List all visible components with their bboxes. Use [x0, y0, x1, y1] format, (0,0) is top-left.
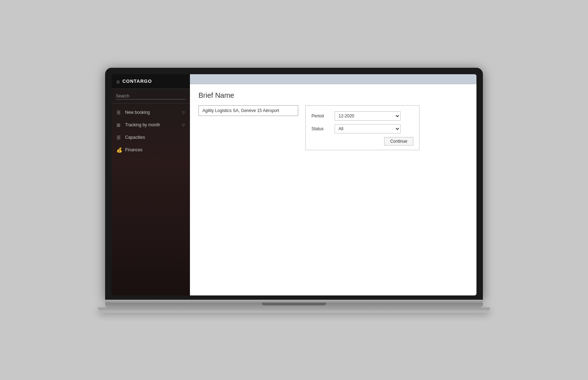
content-area: Brief Name Agility Logistics SA, Genève … [190, 84, 476, 295]
brand-name: CONTARGO [122, 78, 152, 84]
chevron-icon-tracking: ▽ [182, 123, 185, 127]
page-title: Brief Name [198, 91, 468, 100]
list-icon-capacities: ☰ [117, 135, 122, 140]
sidebar-item-capacities[interactable]: ☰ Capacities [112, 131, 190, 144]
sidebar-item-label-finances: Finances [125, 147, 143, 152]
sidebar-item-label-tracking: Tracking by month [125, 122, 160, 127]
brief-name-field: Agility Logistics SA, Genève 15 Aéroport [198, 105, 298, 116]
sidebar-item-new-booking[interactable]: ☰ New booking ▽ [112, 106, 190, 119]
screen: ⌂ CONTARGO ☰ New booking ▽ ⊞ [112, 74, 476, 295]
list-icon-new-booking: ☰ [117, 110, 122, 115]
main-area: Brief Name Agility Logistics SA, Genève … [190, 74, 476, 295]
search-input[interactable] [116, 93, 186, 100]
status-row: Status All Active Inactive Pending [311, 124, 413, 133]
home-icon: ⌂ [117, 78, 119, 84]
list-icon-tracking: ⊞ [117, 122, 122, 128]
period-label: Period [311, 113, 331, 118]
period-status-box: Period 12-2020 11-2020 10-2020 01-2021 S… [305, 105, 419, 150]
sidebar-nav: ☰ New booking ▽ ⊞ Tracking by month ▽ ☰ … [112, 103, 190, 295]
laptop-hinge [262, 303, 326, 305]
period-select[interactable]: 12-2020 11-2020 10-2020 01-2021 [335, 111, 401, 121]
sidebar-item-label-new-booking: New booking [125, 110, 150, 115]
chevron-icon-new-booking: ▽ [182, 111, 185, 115]
status-label: Status [311, 126, 331, 131]
laptop-base [105, 300, 483, 308]
laptop-shell: ⌂ CONTARGO ☰ New booking ▽ ⊞ [98, 68, 490, 313]
continue-button[interactable]: Continue [384, 137, 413, 146]
sidebar-search-container [112, 89, 190, 103]
top-bar [190, 74, 476, 84]
sidebar-item-finances[interactable]: 💰 Finances [112, 144, 190, 156]
continue-row: Continue [311, 137, 413, 146]
money-icon-finances: 💰 [117, 147, 122, 153]
brief-name-value: Agility Logistics SA, Genève 15 Aéroport [202, 108, 279, 113]
sidebar: ⌂ CONTARGO ☰ New booking ▽ ⊞ [112, 74, 190, 295]
sidebar-item-tracking[interactable]: ⊞ Tracking by month ▽ [112, 119, 190, 131]
form-section: Agility Logistics SA, Genève 15 Aéroport… [198, 105, 468, 150]
screen-bezel: ⌂ CONTARGO ☰ New booking ▽ ⊞ [105, 68, 483, 300]
period-row: Period 12-2020 11-2020 10-2020 01-2021 [311, 111, 413, 121]
sidebar-item-label-capacities: Capacities [125, 135, 145, 140]
sidebar-header: ⌂ CONTARGO [112, 74, 190, 89]
laptop-bottom [98, 308, 490, 313]
status-select[interactable]: All Active Inactive Pending [335, 124, 401, 133]
